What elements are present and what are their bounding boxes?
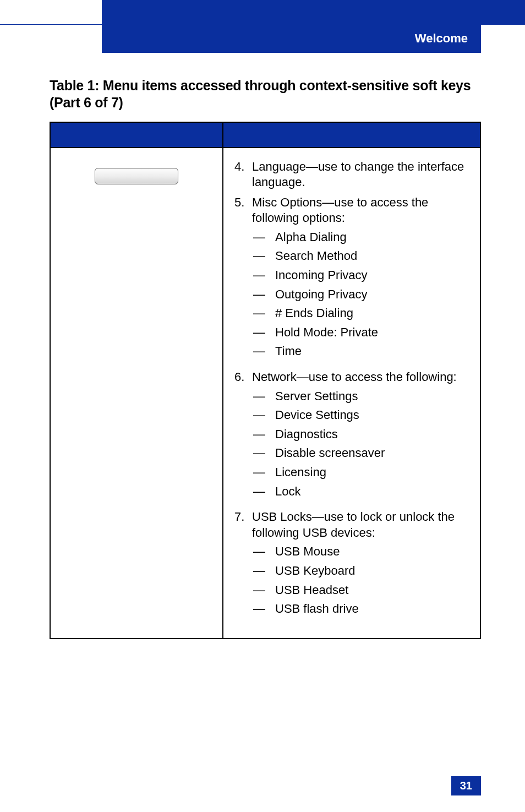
dash-icon: — — [253, 325, 275, 341]
list-item: 4. Language—use to change the interface … — [223, 159, 470, 190]
sub-item-text: USB Headset — [275, 582, 348, 598]
list-number: 4. — [234, 159, 252, 190]
content-area: Table 1: Menu items accessed through con… — [50, 77, 481, 639]
sub-list-item: —Lock — [252, 484, 470, 500]
dash-icon: — — [253, 563, 275, 579]
table-row: 4. Language—use to change the interface … — [50, 148, 480, 639]
dash-icon: — — [253, 484, 275, 500]
dash-icon: — — [253, 287, 275, 303]
list-text: Misc Options—use to access the following… — [252, 195, 428, 225]
cell-content: 4. Language—use to change the interface … — [223, 148, 480, 638]
sub-item-text: USB flash drive — [275, 601, 359, 617]
sub-item-text: Server Settings — [275, 389, 358, 405]
sub-item-text: Licensing — [275, 465, 326, 481]
list-text: USB Locks—use to lock or unlock the foll… — [252, 510, 455, 539]
sub-list-item: —Alpha Dialing — [252, 230, 470, 246]
list-item: 7. USB Locks—use to lock or unlock the f… — [223, 509, 470, 623]
sub-item-text: Alpha Dialing — [275, 230, 347, 246]
sub-item-text: Device Settings — [275, 407, 359, 423]
sub-list-item: —Incoming Privacy — [252, 268, 470, 284]
sub-list-item: —USB Headset — [252, 582, 470, 598]
sub-list-item: —Outgoing Privacy — [252, 287, 470, 303]
sub-item-text: USB Mouse — [275, 544, 340, 560]
sub-list-item: — USB flash drive — [252, 601, 470, 617]
sub-list-item: —USB Keyboard — [252, 563, 470, 579]
table-cell-left — [50, 148, 223, 639]
sub-item-text: Diagnostics — [275, 427, 338, 443]
list-number: 5. — [234, 195, 252, 365]
sub-list-item: —Search Method — [252, 248, 470, 264]
softkey-button-icon — [95, 168, 178, 184]
menu-table: 4. Language—use to change the interface … — [50, 122, 481, 639]
list-text: Network—use to access the following: — [252, 370, 457, 384]
sub-item-text: USB Keyboard — [275, 563, 356, 579]
sub-list-item: —Time — [252, 344, 470, 359]
dash-icon: — — [253, 465, 275, 481]
sub-list: —Alpha Dialing —Search Method —Incoming … — [252, 230, 470, 359]
dash-icon: — — [253, 582, 275, 598]
dash-icon: — — [253, 306, 275, 321]
sub-item-text: Hold Mode: Private — [275, 325, 378, 341]
sub-list-item: —Licensing — [252, 465, 470, 481]
top-band-cutout — [0, 0, 102, 24]
dash-icon: — — [253, 445, 275, 461]
dash-icon: — — [253, 427, 275, 443]
sub-list: —Server Settings —Device Settings —Diagn… — [252, 389, 470, 500]
list-body: USB Locks—use to lock or unlock the foll… — [252, 509, 470, 623]
sub-item-text: Outgoing Privacy — [275, 287, 368, 303]
table-title: Table 1: Menu items accessed through con… — [50, 77, 481, 112]
dash-icon: — — [253, 344, 275, 359]
sub-list-item: —Hold Mode: Private — [252, 325, 470, 341]
page-number-value: 31 — [460, 780, 472, 792]
dash-icon: — — [253, 268, 275, 284]
table-header-right — [223, 122, 480, 148]
section-label: Welcome — [415, 31, 468, 46]
page-number: 31 — [451, 776, 481, 795]
sub-item-text: Incoming Privacy — [275, 268, 368, 284]
dash-icon: — — [253, 407, 275, 423]
table-cell-right: 4. Language—use to change the interface … — [223, 148, 480, 639]
dash-icon: — — [253, 230, 275, 246]
dash-icon: — — [253, 389, 275, 405]
list-number: 6. — [234, 369, 252, 505]
page: Welcome Table 1: Menu items accessed thr… — [0, 0, 525, 812]
dash-icon: — — [253, 544, 275, 560]
sub-item-text: Lock — [275, 484, 300, 500]
sub-item-text: Disable screensaver — [275, 445, 385, 461]
sub-item-text: # Ends Dialing — [275, 306, 353, 321]
list-body: Network—use to access the following: —Se… — [252, 369, 470, 505]
sub-list-item: —Server Settings — [252, 389, 470, 405]
sub-item-text: Time — [275, 344, 302, 359]
list-number: 7. — [234, 509, 252, 623]
sub-list-item: —Device Settings — [252, 407, 470, 423]
sub-list-item: —# Ends Dialing — [252, 306, 470, 321]
sub-item-text: Search Method — [275, 248, 357, 264]
menu-item-list: 4. Language—use to change the interface … — [223, 159, 470, 623]
sub-list-item: —USB Mouse — [252, 544, 470, 560]
list-text: Language—use to change the interface lan… — [252, 159, 470, 190]
dash-icon: — — [253, 601, 275, 617]
list-item: 6. Network—use to access the following: … — [223, 369, 470, 505]
sub-list: —USB Mouse —USB Keyboard —USB Headset — … — [252, 544, 470, 617]
list-item: 5. Misc Options—use to access the follow… — [223, 195, 470, 365]
table-header-left — [50, 122, 223, 148]
sub-list-item: — Disable screensaver — [252, 445, 470, 461]
dash-icon: — — [253, 248, 275, 264]
section-header: Welcome — [102, 24, 481, 53]
list-body: Misc Options—use to access the following… — [252, 195, 470, 365]
sub-list-item: —Diagnostics — [252, 427, 470, 443]
